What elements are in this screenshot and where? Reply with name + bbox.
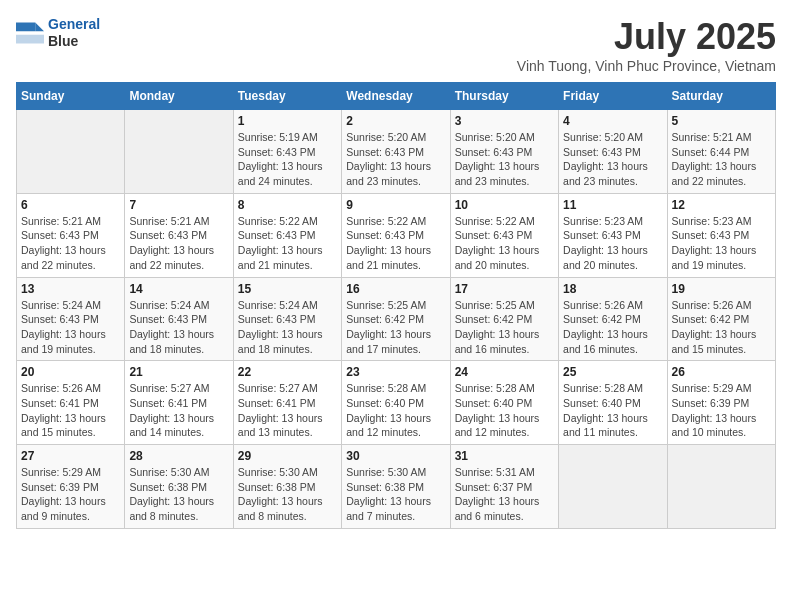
day-info: Sunrise: 5:21 AMSunset: 6:43 PMDaylight:… <box>21 214 120 273</box>
calendar-day-cell: 26Sunrise: 5:29 AMSunset: 6:39 PMDayligh… <box>667 361 775 445</box>
day-number: 18 <box>563 282 662 296</box>
day-info: Sunrise: 5:21 AMSunset: 6:44 PMDaylight:… <box>672 130 771 189</box>
main-title: July 2025 <box>517 16 776 58</box>
svg-rect-2 <box>16 35 44 44</box>
day-number: 28 <box>129 449 228 463</box>
logo-line1: General <box>48 16 100 32</box>
day-number: 25 <box>563 365 662 379</box>
calendar-day-cell: 29Sunrise: 5:30 AMSunset: 6:38 PMDayligh… <box>233 445 341 529</box>
weekday-header-cell: Thursday <box>450 83 558 110</box>
weekday-header-cell: Wednesday <box>342 83 450 110</box>
day-info: Sunrise: 5:25 AMSunset: 6:42 PMDaylight:… <box>455 298 554 357</box>
day-info: Sunrise: 5:26 AMSunset: 6:41 PMDaylight:… <box>21 381 120 440</box>
calendar-table: SundayMondayTuesdayWednesdayThursdayFrid… <box>16 82 776 529</box>
svg-rect-1 <box>16 22 35 31</box>
day-number: 8 <box>238 198 337 212</box>
calendar-day-cell: 22Sunrise: 5:27 AMSunset: 6:41 PMDayligh… <box>233 361 341 445</box>
day-info: Sunrise: 5:22 AMSunset: 6:43 PMDaylight:… <box>238 214 337 273</box>
day-info: Sunrise: 5:27 AMSunset: 6:41 PMDaylight:… <box>238 381 337 440</box>
calendar-day-cell: 2Sunrise: 5:20 AMSunset: 6:43 PMDaylight… <box>342 110 450 194</box>
day-info: Sunrise: 5:26 AMSunset: 6:42 PMDaylight:… <box>563 298 662 357</box>
calendar-day-cell: 13Sunrise: 5:24 AMSunset: 6:43 PMDayligh… <box>17 277 125 361</box>
day-info: Sunrise: 5:23 AMSunset: 6:43 PMDaylight:… <box>672 214 771 273</box>
calendar-day-cell: 20Sunrise: 5:26 AMSunset: 6:41 PMDayligh… <box>17 361 125 445</box>
day-info: Sunrise: 5:27 AMSunset: 6:41 PMDaylight:… <box>129 381 228 440</box>
weekday-header-cell: Tuesday <box>233 83 341 110</box>
day-number: 11 <box>563 198 662 212</box>
calendar-week-row: 6Sunrise: 5:21 AMSunset: 6:43 PMDaylight… <box>17 193 776 277</box>
weekday-header-cell: Monday <box>125 83 233 110</box>
day-number: 27 <box>21 449 120 463</box>
calendar-day-cell: 12Sunrise: 5:23 AMSunset: 6:43 PMDayligh… <box>667 193 775 277</box>
calendar-day-cell: 30Sunrise: 5:30 AMSunset: 6:38 PMDayligh… <box>342 445 450 529</box>
day-info: Sunrise: 5:31 AMSunset: 6:37 PMDaylight:… <box>455 465 554 524</box>
calendar-day-cell: 8Sunrise: 5:22 AMSunset: 6:43 PMDaylight… <box>233 193 341 277</box>
calendar-day-cell: 6Sunrise: 5:21 AMSunset: 6:43 PMDaylight… <box>17 193 125 277</box>
calendar-week-row: 27Sunrise: 5:29 AMSunset: 6:39 PMDayligh… <box>17 445 776 529</box>
calendar-day-cell <box>559 445 667 529</box>
page-header: General Blue July 2025 Vinh Tuong, Vinh … <box>16 16 776 74</box>
day-number: 26 <box>672 365 771 379</box>
weekday-header-cell: Saturday <box>667 83 775 110</box>
calendar-day-cell: 5Sunrise: 5:21 AMSunset: 6:44 PMDaylight… <box>667 110 775 194</box>
day-info: Sunrise: 5:25 AMSunset: 6:42 PMDaylight:… <box>346 298 445 357</box>
calendar-day-cell: 14Sunrise: 5:24 AMSunset: 6:43 PMDayligh… <box>125 277 233 361</box>
day-info: Sunrise: 5:23 AMSunset: 6:43 PMDaylight:… <box>563 214 662 273</box>
calendar-day-cell: 21Sunrise: 5:27 AMSunset: 6:41 PMDayligh… <box>125 361 233 445</box>
day-info: Sunrise: 5:28 AMSunset: 6:40 PMDaylight:… <box>346 381 445 440</box>
calendar-day-cell: 28Sunrise: 5:30 AMSunset: 6:38 PMDayligh… <box>125 445 233 529</box>
calendar-day-cell <box>125 110 233 194</box>
calendar-day-cell <box>667 445 775 529</box>
day-info: Sunrise: 5:24 AMSunset: 6:43 PMDaylight:… <box>129 298 228 357</box>
day-info: Sunrise: 5:29 AMSunset: 6:39 PMDaylight:… <box>21 465 120 524</box>
weekday-header-cell: Sunday <box>17 83 125 110</box>
day-info: Sunrise: 5:24 AMSunset: 6:43 PMDaylight:… <box>21 298 120 357</box>
day-number: 2 <box>346 114 445 128</box>
day-info: Sunrise: 5:30 AMSunset: 6:38 PMDaylight:… <box>129 465 228 524</box>
day-number: 20 <box>21 365 120 379</box>
day-number: 14 <box>129 282 228 296</box>
day-number: 7 <box>129 198 228 212</box>
calendar-day-cell: 11Sunrise: 5:23 AMSunset: 6:43 PMDayligh… <box>559 193 667 277</box>
day-number: 22 <box>238 365 337 379</box>
day-info: Sunrise: 5:30 AMSunset: 6:38 PMDaylight:… <box>346 465 445 524</box>
calendar-day-cell: 7Sunrise: 5:21 AMSunset: 6:43 PMDaylight… <box>125 193 233 277</box>
day-number: 21 <box>129 365 228 379</box>
logo-icon <box>16 19 44 47</box>
day-number: 19 <box>672 282 771 296</box>
logo-text: General Blue <box>48 16 100 50</box>
day-number: 12 <box>672 198 771 212</box>
title-block: July 2025 Vinh Tuong, Vinh Phuc Province… <box>517 16 776 74</box>
day-info: Sunrise: 5:22 AMSunset: 6:43 PMDaylight:… <box>455 214 554 273</box>
day-number: 16 <box>346 282 445 296</box>
day-info: Sunrise: 5:28 AMSunset: 6:40 PMDaylight:… <box>455 381 554 440</box>
day-number: 13 <box>21 282 120 296</box>
calendar-day-cell: 23Sunrise: 5:28 AMSunset: 6:40 PMDayligh… <box>342 361 450 445</box>
day-info: Sunrise: 5:21 AMSunset: 6:43 PMDaylight:… <box>129 214 228 273</box>
weekday-header-cell: Friday <box>559 83 667 110</box>
day-info: Sunrise: 5:28 AMSunset: 6:40 PMDaylight:… <box>563 381 662 440</box>
calendar-day-cell: 19Sunrise: 5:26 AMSunset: 6:42 PMDayligh… <box>667 277 775 361</box>
day-info: Sunrise: 5:29 AMSunset: 6:39 PMDaylight:… <box>672 381 771 440</box>
calendar-day-cell: 16Sunrise: 5:25 AMSunset: 6:42 PMDayligh… <box>342 277 450 361</box>
calendar-day-cell: 9Sunrise: 5:22 AMSunset: 6:43 PMDaylight… <box>342 193 450 277</box>
day-info: Sunrise: 5:30 AMSunset: 6:38 PMDaylight:… <box>238 465 337 524</box>
day-number: 17 <box>455 282 554 296</box>
day-number: 23 <box>346 365 445 379</box>
logo-line2: Blue <box>48 33 100 50</box>
calendar-week-row: 1Sunrise: 5:19 AMSunset: 6:43 PMDaylight… <box>17 110 776 194</box>
day-number: 4 <box>563 114 662 128</box>
day-number: 24 <box>455 365 554 379</box>
weekday-header-row: SundayMondayTuesdayWednesdayThursdayFrid… <box>17 83 776 110</box>
day-info: Sunrise: 5:26 AMSunset: 6:42 PMDaylight:… <box>672 298 771 357</box>
calendar-week-row: 20Sunrise: 5:26 AMSunset: 6:41 PMDayligh… <box>17 361 776 445</box>
day-number: 30 <box>346 449 445 463</box>
day-info: Sunrise: 5:24 AMSunset: 6:43 PMDaylight:… <box>238 298 337 357</box>
day-number: 31 <box>455 449 554 463</box>
day-number: 15 <box>238 282 337 296</box>
calendar-body: 1Sunrise: 5:19 AMSunset: 6:43 PMDaylight… <box>17 110 776 529</box>
day-info: Sunrise: 5:22 AMSunset: 6:43 PMDaylight:… <box>346 214 445 273</box>
calendar-day-cell: 1Sunrise: 5:19 AMSunset: 6:43 PMDaylight… <box>233 110 341 194</box>
calendar-day-cell: 4Sunrise: 5:20 AMSunset: 6:43 PMDaylight… <box>559 110 667 194</box>
day-number: 9 <box>346 198 445 212</box>
